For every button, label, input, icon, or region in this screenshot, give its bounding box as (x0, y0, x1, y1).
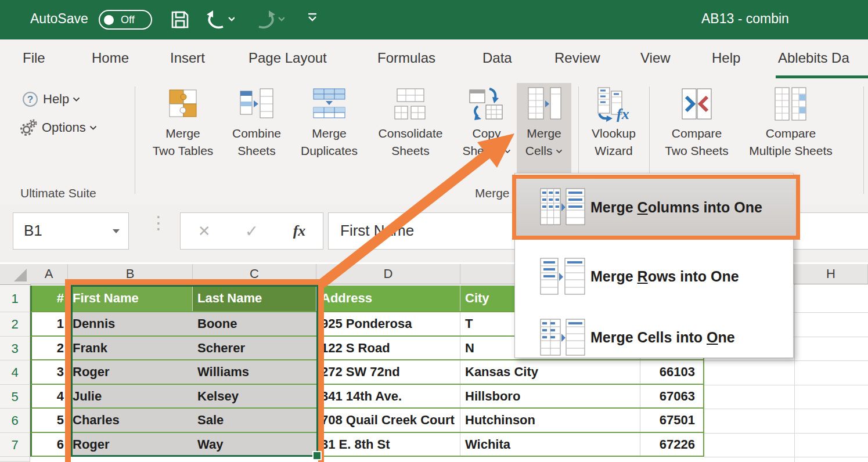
tab-home[interactable]: Home (92, 50, 129, 66)
tab-view[interactable]: View (640, 50, 671, 66)
button-label: Merge (287, 125, 371, 142)
button-label: Multiple Sheets (733, 142, 849, 160)
customize-quick-access-button[interactable] (307, 13, 318, 24)
tab-page-layout[interactable]: Page Layout (248, 50, 327, 66)
button-label: Copy (453, 125, 520, 142)
cell-d4[interactable]: 272 SW 72nd (316, 360, 460, 384)
chevron-down-icon (556, 149, 563, 154)
merge-duplicates-button[interactable]: Merge Duplicates (287, 83, 371, 160)
merge-two-tables-button[interactable]: Merge Two Tables (145, 83, 221, 160)
cell-f7[interactable]: 67226 (640, 433, 704, 456)
menu-item-label: Merge Columns into One (590, 199, 762, 216)
combine-sheets-icon (239, 86, 275, 122)
column-header-d[interactable]: D (316, 264, 460, 284)
row-header-3[interactable]: 3 (0, 337, 30, 360)
cell-a1[interactable]: # (32, 286, 68, 311)
tab-insert[interactable]: Insert (170, 50, 205, 66)
cancel-icon[interactable]: ✕ (198, 222, 211, 240)
tab-formulas[interactable]: Formulas (377, 50, 435, 66)
cell-e5[interactable]: Hillsboro (460, 385, 640, 407)
undo-icon (204, 9, 235, 30)
combine-sheets-button[interactable]: Combine Sheets (221, 83, 293, 160)
menu-item-merge-rows-into-one[interactable]: Merge Rows into One (515, 246, 793, 307)
chevron-down-icon (73, 97, 80, 102)
document-title: AB13 - combin (701, 11, 789, 27)
consolidate-sheets-button[interactable]: Consolidate Sheets (366, 83, 455, 160)
undo-button[interactable] (204, 9, 235, 33)
button-label: Consolidate (366, 125, 455, 142)
row-header-4[interactable]: 4 (0, 360, 30, 385)
cell-a2[interactable]: 1 (32, 312, 68, 335)
column-header-a[interactable]: A (30, 264, 68, 284)
cell-d2[interactable]: 925 Ponderosa (316, 312, 460, 335)
toggle-knob-icon (104, 15, 114, 25)
menu-item-merge-columns-into-one[interactable]: Merge Columns into One (512, 175, 800, 240)
cell-a4[interactable]: 3 (32, 360, 68, 384)
name-box-dropdown-icon[interactable] (112, 228, 120, 234)
tab-file[interactable]: File (23, 50, 45, 66)
name-box-value: B1 (24, 222, 42, 240)
help-menu-label: Help (43, 92, 69, 107)
cell-a7[interactable]: 6 (32, 433, 68, 456)
gridline (704, 385, 868, 385)
compare-two-sheets-icon (679, 86, 715, 122)
cell-f6[interactable]: 67501 (640, 409, 704, 432)
cell-d5[interactable]: 341 14th Ave. (316, 385, 460, 407)
save-button[interactable] (170, 9, 190, 33)
button-label: Compare (733, 125, 849, 142)
formula-bar-divider: ⋮ (150, 212, 167, 233)
compare-two-sheets-button[interactable]: Compare Two Sheets (651, 83, 742, 160)
copy-sheets-button[interactable]: Copy Sheets (453, 83, 520, 160)
menu-item-merge-cells-into-one[interactable]: Merge Cells into One (515, 307, 793, 368)
cell-e6[interactable]: Hutchinson (460, 409, 640, 432)
button-label: Two Tables (145, 142, 221, 160)
cell-f5[interactable]: 67063 (640, 385, 704, 407)
row-header-1[interactable]: 1 (0, 286, 30, 312)
row-header-2[interactable]: 2 (0, 312, 30, 337)
merge-duplicates-icon (311, 86, 347, 122)
svg-text:fx: fx (617, 106, 629, 122)
redo-button[interactable] (254, 9, 284, 33)
row-header-5[interactable]: 5 (0, 385, 30, 409)
cell-d3[interactable]: 122 S Road (316, 337, 460, 359)
compare-multiple-sheets-button[interactable]: Compare Multiple Sheets (733, 83, 849, 160)
button-label: Combine (221, 125, 293, 142)
insert-function-icon[interactable]: fx (293, 222, 306, 240)
button-label: Cells (517, 142, 571, 160)
button-label: Merge (517, 125, 571, 142)
row-header-7[interactable]: 7 (0, 433, 30, 457)
autosave-state: Off (121, 14, 135, 26)
save-icon (170, 9, 190, 30)
button-label: Wizard (581, 142, 647, 160)
help-menu-button[interactable]: ? Help (22, 91, 80, 107)
name-box[interactable]: B1 (13, 212, 129, 250)
select-all-corner[interactable] (0, 264, 31, 285)
cell-a5[interactable]: 4 (32, 385, 68, 407)
cell-a3[interactable]: 2 (32, 337, 68, 359)
range-selection-border (71, 285, 318, 457)
cell-a6[interactable]: 5 (32, 409, 68, 432)
autosave-toggle[interactable]: Off (99, 10, 152, 30)
cell-d1[interactable]: Address (316, 286, 460, 311)
tab-ablebits-data[interactable]: Ablebits Da (778, 50, 849, 66)
tab-data[interactable]: Data (482, 50, 512, 66)
cell-d7[interactable]: 31 E. 8th St (316, 433, 460, 456)
vlookup-wizard-button[interactable]: fx Vlookup Wizard (581, 83, 647, 160)
merge-cells-icon (526, 86, 562, 122)
help-icon: ? (22, 91, 38, 107)
tab-review[interactable]: Review (554, 50, 600, 66)
row-header-8[interactable] (0, 457, 30, 462)
copy-sheets-icon (469, 86, 505, 122)
column-header-h[interactable]: H (794, 264, 868, 284)
row-header-6[interactable]: 6 (0, 409, 30, 433)
menu-item-label: Merge Rows into One (590, 268, 739, 285)
merge-cells-button[interactable]: Merge Cells (517, 83, 571, 175)
gear-icon (20, 119, 37, 136)
tab-help[interactable]: Help (712, 50, 740, 66)
enter-icon[interactable]: ✓ (245, 222, 258, 241)
merge-two-tables-icon (165, 86, 201, 122)
options-menu-button[interactable]: Options (20, 119, 97, 136)
cell-e7[interactable]: Wichita (460, 433, 640, 456)
fill-handle[interactable] (312, 451, 322, 460)
cell-d6[interactable]: 708 Quail Creek Court (316, 409, 460, 432)
